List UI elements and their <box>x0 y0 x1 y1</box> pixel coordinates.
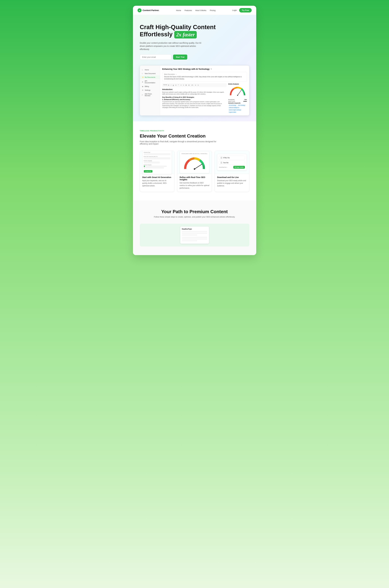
gauge-container <box>228 86 247 98</box>
feature-card-download-img: HTML File Text File Download as ↓ ⎘ Copy… <box>215 151 249 174</box>
feature-card-ai-img: Headline/Topic Enter SEO Keywords (Max 1… <box>140 151 174 174</box>
hero-badge: 2x faster <box>174 31 197 38</box>
path-section: Your Path to Premium Content Follow thes… <box>133 200 256 255</box>
copy-article-button[interactable]: ⎘ Copy Article <box>233 166 245 169</box>
nav-how-it-works[interactable]: How It Works <box>195 9 206 11</box>
sidebar-item-settings[interactable]: ⚙ Settings <box>140 88 160 92</box>
feature-card-download-title: Download and Go Live <box>217 176 247 179</box>
mini-form-row-template: Choose Template <box>144 164 170 168</box>
nav-pricing[interactable]: Pricing <box>210 9 216 11</box>
toolbar-indent[interactable]: ⇥ <box>194 84 196 86</box>
toolbar-table[interactable]: ⊞ <box>185 84 187 86</box>
hero-headline: Craft High-Quality Content Effortlessly … <box>140 24 223 38</box>
feature-card-download: HTML File Text File Download as ↓ ⎘ Copy… <box>215 151 249 192</box>
text-file-icon <box>221 162 222 164</box>
try-free-button[interactable]: Try Free <box>239 8 252 12</box>
billing-icon: ◉ <box>142 86 144 87</box>
hero-form: Start Trial <box>140 54 249 60</box>
word-count-label: Word Count <box>228 101 235 102</box>
toolbar-italic[interactable]: I <box>170 84 172 86</box>
app-mockup: ⌂ Home □ New Document 📁 My Documents ◈ A… <box>140 66 249 115</box>
toolbar-link[interactable]: </> <box>191 84 194 86</box>
toolbar-quote[interactable]: "" <box>177 84 179 86</box>
word-count-value: 24664 <box>243 101 247 102</box>
sidebar-item-billing[interactable]: ◉ Billing <box>140 85 160 88</box>
feature-card-ai-body: Start with Smart AI Generation Input you… <box>140 174 174 189</box>
preview-title: Headline/Topic <box>182 228 207 230</box>
section2-label: TIMELESS PRODUCTIVITY <box>140 130 249 132</box>
gauge-label-bearish: BEAR <box>189 153 192 154</box>
toolbar-underline[interactable]: U <box>172 84 174 86</box>
sidebar-item-team[interactable]: ▷ Add Team Member <box>140 92 160 98</box>
sidebar-item-new-doc[interactable]: □ New Document <box>140 72 160 75</box>
nav-home[interactable]: Home <box>176 9 181 11</box>
html-file-label: HTML File <box>223 157 230 159</box>
doc-title: Enhancing Your SEO Strategy with AI Tech… <box>162 68 210 70</box>
mini-input-language <box>144 161 160 163</box>
login-button[interactable]: Login <box>232 9 237 11</box>
text-file-row: Text File <box>219 161 245 165</box>
copy-icon: ⎘ <box>235 167 235 168</box>
editor-content: Introduction: Boost your website's searc… <box>162 88 227 109</box>
features-grid: Headline/Topic Enter SEO Keywords (Max 1… <box>140 151 249 192</box>
mini-form-mockup: Headline/Topic Enter SEO Keywords (Max 1… <box>142 151 172 174</box>
svg-point-1 <box>237 95 238 96</box>
path-card: Headline/Topic <box>140 224 249 247</box>
mini-create-button[interactable]: Create File <box>144 170 153 173</box>
benefits-heading: Key Benefits of Using AI in SEO Strategi… <box>162 96 227 98</box>
preview-row-2 <box>182 233 207 234</box>
download-action-row: Download as ↓ ⎘ Copy Article <box>219 166 245 169</box>
toolbar-image[interactable]: ⊟ <box>188 84 190 86</box>
preview-row-5 <box>182 238 207 240</box>
keyword-tag-2: artificial intelligence <box>228 107 240 109</box>
settings-icon: ⚙ <box>142 89 144 91</box>
toolbar-code[interactable]: tt <box>175 84 177 86</box>
email-input[interactable] <box>140 54 171 60</box>
analysis-title: Article Analysis <box>228 83 247 85</box>
mini-input-headline <box>144 153 170 155</box>
keyword-tag-0: AI technology <box>228 104 237 106</box>
toolbar-list-ol[interactable]: ≡ <box>183 84 184 86</box>
toolbar-list-ul[interactable]: ≡ <box>180 84 182 86</box>
navbar: ● Content Partner. Home Features How It … <box>133 6 256 15</box>
start-trial-button[interactable]: Start Trial <box>173 55 187 60</box>
html-file-row: HTML File <box>219 156 245 160</box>
toolbar-bold[interactable]: B <box>168 84 170 86</box>
preview-row-3 <box>182 234 197 236</box>
meta-edit-icon: ✎ <box>176 74 177 75</box>
logo-text: Content Partner. <box>143 9 160 11</box>
html-file-icon <box>221 157 222 159</box>
gauge-label-bear: STRONG BEAR <box>182 153 189 154</box>
keyword-tag-4: organic traffic <box>228 111 237 113</box>
doc-title-bar: Enhancing Your SEO Strategy with AI Tech… <box>162 68 247 70</box>
toolbar-color[interactable]: A <box>197 84 199 86</box>
gauge-card-mockup: STRONG BEAR BEAR BULLISH BULL STRONG BUL… <box>180 151 209 173</box>
feature-card-seo-desc: Get real-time feedback on SEO metrics to… <box>180 182 209 189</box>
gauge-label-bullish: BULLISH <box>193 153 197 154</box>
mini-app-preview: Headline/Topic <box>180 226 209 244</box>
sidebar-item-home[interactable]: ⌂ Home <box>140 68 160 72</box>
team-icon: ▷ <box>142 94 144 96</box>
nav-features[interactable]: Features <box>185 9 192 11</box>
sidebar: ⌂ Home □ New Document 📁 My Documents ◈ A… <box>140 66 160 115</box>
home-icon: ⌂ <box>142 69 144 71</box>
svg-point-3 <box>194 168 195 170</box>
preview-row-4 <box>182 237 207 238</box>
template-radio-1 <box>144 166 145 167</box>
meta-description-section: Meta Description ✎ Discover the future o… <box>162 72 247 81</box>
feature-card-seo-title: Refine with Real-Time SEO Insights <box>180 176 209 181</box>
article-analysis: Article Analysis <box>228 83 247 113</box>
toolbar-normal[interactable]: Normal <box>163 84 167 86</box>
svg-line-2 <box>194 164 202 169</box>
sidebar-item-my-docs[interactable]: 📁 My Documents <box>140 75 160 79</box>
logo[interactable]: ● Content Partner. <box>137 8 160 12</box>
section3-title: Your Path to Premium Content <box>140 209 249 214</box>
feature-card-download-desc: Download your SEO-ready article and publ… <box>217 179 247 187</box>
editor-toolbar: Normal B I U tt "" ≡ ≡ ⊞ ⊟ </> ⇥ <box>162 83 227 87</box>
benefit1-title: 1. Enhanced Efficiency and Accuracy: <box>162 99 227 100</box>
gauge-label-bull: BULL <box>197 153 200 154</box>
sidebar-item-api[interactable]: ◈ API Documentation <box>140 79 160 85</box>
keywords-title: Semantic Keywords <box>228 102 247 104</box>
keyword-tag-1: SEO strategy <box>237 104 246 106</box>
meta-text: Discover the future of SEO with AI techn… <box>164 76 245 80</box>
